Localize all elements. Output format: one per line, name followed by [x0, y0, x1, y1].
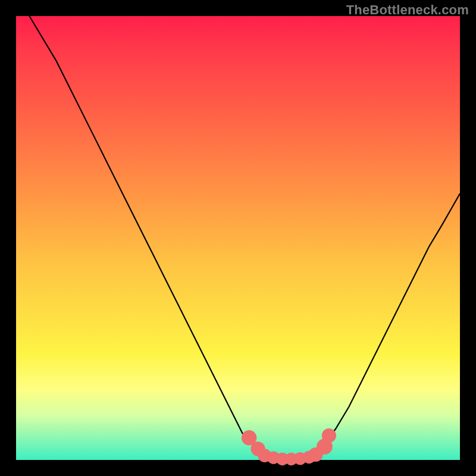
curve-line	[16, 0, 460, 460]
watermark-text: TheBottleneck.com	[346, 2, 469, 18]
curve-marker	[322, 428, 336, 443]
chart-frame: TheBottleneck.com	[0, 0, 476, 476]
curve-markers	[242, 428, 336, 465]
bottleneck-curve	[16, 16, 460, 460]
